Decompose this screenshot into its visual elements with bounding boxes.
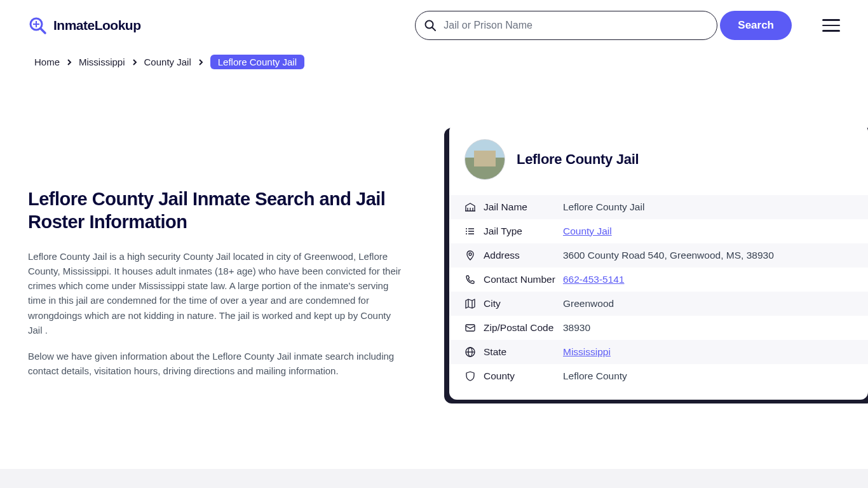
jail-avatar	[465, 139, 505, 180]
info-row: StateMississippi	[449, 340, 868, 364]
phone-icon	[465, 274, 484, 285]
breadcrumb-current: Leflore County Jail	[210, 55, 304, 69]
shield-icon	[465, 370, 484, 382]
info-label: Jail Name	[484, 201, 563, 213]
hamburger-icon	[822, 19, 840, 21]
breadcrumb-type[interactable]: County Jail	[144, 57, 191, 67]
info-value: Greenwood	[563, 298, 614, 309]
info-card: Leflore County Jail Jail NameLeflore Cou…	[449, 124, 868, 400]
search-input[interactable]	[415, 11, 717, 40]
info-row: Contact Number662-453-5141	[449, 268, 868, 292]
info-label: Zip/Postal Code	[484, 322, 563, 334]
svg-point-12	[469, 253, 471, 255]
info-value: Leflore County	[563, 370, 627, 382]
info-value-link[interactable]: 662-453-5141	[563, 274, 625, 285]
search-button[interactable]: Search	[720, 11, 792, 40]
info-card-column: Leflore County Jail Jail NameLeflore Cou…	[444, 124, 868, 400]
svg-point-4	[426, 21, 433, 29]
info-row: Zip/Postal Code38930	[449, 316, 868, 340]
info-label: Contact Number	[484, 274, 563, 285]
chevron-right-icon	[66, 59, 72, 65]
header: InmateLookup Search	[0, 0, 868, 51]
info-value: 3600 County Road 540, Greenwood, MS, 389…	[563, 250, 774, 261]
search-icon	[424, 19, 437, 32]
search-area: Search	[415, 11, 840, 40]
info-label: State	[484, 346, 563, 358]
svg-point-10	[466, 231, 467, 232]
list-icon	[465, 226, 484, 237]
svg-line-5	[433, 28, 436, 31]
svg-line-1	[41, 29, 45, 33]
svg-point-9	[466, 228, 467, 229]
paragraph-1: Leflore County Jail is a high security C…	[28, 249, 406, 338]
search-box	[415, 11, 717, 40]
info-label: Jail Type	[484, 226, 563, 237]
logo[interactable]: InmateLookup	[28, 16, 141, 35]
card-header: Leflore County Jail	[449, 139, 868, 195]
info-row: CountyLeflore County	[449, 364, 868, 388]
building-icon	[465, 201, 484, 213]
breadcrumb-home[interactable]: Home	[34, 57, 60, 67]
pin-icon	[465, 250, 484, 261]
info-value: Leflore County Jail	[563, 201, 644, 213]
paragraph-2: Below we have given information about th…	[28, 349, 406, 379]
envelope-icon	[465, 322, 484, 334]
info-label: Address	[484, 250, 563, 261]
article-column: Leflore County Jail Inmate Search and Ja…	[28, 124, 406, 400]
page-title: Leflore County Jail Inmate Search and Ja…	[28, 187, 406, 234]
footer-bar	[0, 469, 868, 488]
breadcrumb-state[interactable]: Mississippi	[79, 57, 125, 67]
info-row: CityGreenwood	[449, 292, 868, 316]
breadcrumb: Home Mississippi County Jail Leflore Cou…	[0, 51, 868, 73]
info-row: Address3600 County Road 540, Greenwood, …	[449, 243, 868, 268]
card-title: Leflore County Jail	[517, 151, 639, 168]
main-content: Leflore County Jail Inmate Search and Ja…	[0, 124, 868, 400]
logo-icon	[28, 16, 47, 35]
menu-button[interactable]	[822, 19, 840, 32]
info-label: City	[484, 298, 563, 309]
globe-icon	[465, 346, 484, 358]
map-icon	[465, 298, 484, 309]
svg-point-11	[466, 233, 467, 234]
card-rows: Jail NameLeflore County JailJail TypeCou…	[449, 195, 868, 388]
chevron-right-icon	[132, 59, 138, 65]
info-value-link[interactable]: County Jail	[563, 226, 612, 237]
info-row: Jail TypeCounty Jail	[449, 219, 868, 243]
info-value: 38930	[563, 322, 590, 334]
svg-rect-13	[466, 325, 475, 331]
chevron-right-icon	[198, 59, 204, 65]
logo-text: InmateLookup	[53, 18, 141, 33]
info-label: County	[484, 370, 563, 382]
info-row: Jail NameLeflore County Jail	[449, 195, 868, 219]
info-value-link[interactable]: Mississippi	[563, 346, 611, 358]
